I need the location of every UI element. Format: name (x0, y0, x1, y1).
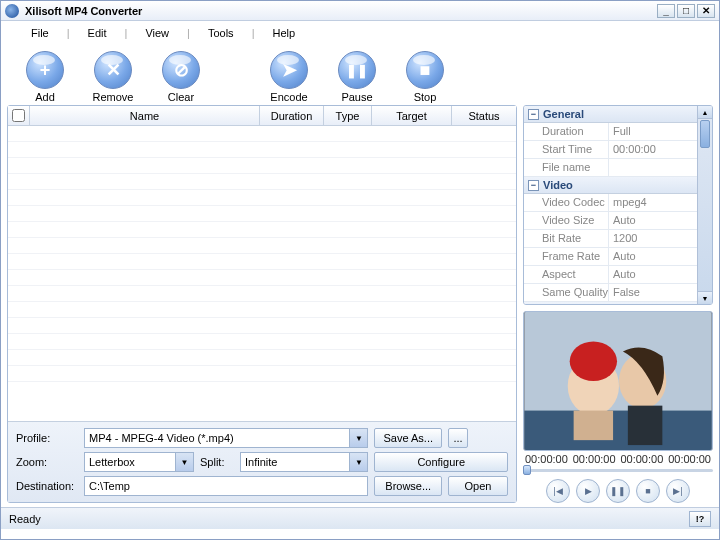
help-button[interactable]: !? (689, 511, 711, 527)
encode-icon: ➤ (270, 51, 308, 89)
clear-label: Clear (168, 91, 194, 103)
collapse-icon[interactable]: − (528, 180, 539, 191)
scroll-thumb[interactable] (700, 120, 710, 148)
destination-label: Destination: (16, 480, 78, 492)
right-panel: −General DurationFull Start Time00:00:00… (523, 105, 713, 503)
col-type[interactable]: Type (324, 106, 372, 125)
encode-label: Encode (270, 91, 307, 103)
playback-stop-button[interactable]: ■ (636, 479, 660, 503)
status-text: Ready (9, 513, 689, 525)
svg-rect-1 (524, 411, 711, 450)
file-list[interactable] (8, 126, 516, 421)
timeline-labels: 00:00:00 00:00:00 00:00:00 00:00:00 (523, 451, 713, 465)
svg-point-3 (570, 342, 617, 381)
playback-pause-button[interactable]: ❚❚ (606, 479, 630, 503)
minimize-button[interactable]: _ (657, 4, 675, 18)
col-target[interactable]: Target (372, 106, 452, 125)
menu-view[interactable]: View (133, 24, 181, 42)
menu-help[interactable]: Help (260, 24, 307, 42)
select-all-checkbox[interactable] (8, 106, 30, 125)
prop-row[interactable]: Frame RateAuto (524, 248, 697, 266)
remove-icon: ✕ (94, 51, 132, 89)
svg-rect-4 (574, 411, 613, 441)
remove-button[interactable]: ✕Remove (83, 51, 143, 103)
collapse-icon[interactable]: − (528, 109, 539, 120)
browse-button[interactable]: Browse... (374, 476, 442, 496)
chevron-down-icon: ▼ (349, 453, 367, 471)
time-2: 00:00:00 (620, 453, 663, 465)
play-button[interactable]: ▶ (576, 479, 600, 503)
next-button[interactable]: ▶| (666, 479, 690, 503)
prop-row[interactable]: Video SizeAuto (524, 212, 697, 230)
add-label: Add (35, 91, 55, 103)
title-bar: Xilisoft MP4 Converter _ □ ✕ (1, 1, 719, 21)
prop-row[interactable]: AspectAuto (524, 266, 697, 284)
prop-row[interactable]: Bit Rate1200 (524, 230, 697, 248)
video-preview (523, 311, 713, 451)
time-0: 00:00:00 (525, 453, 568, 465)
toolbar: +Add ✕Remove ⊘Clear ➤Encode ❚❚Pause ■Sto… (1, 45, 719, 105)
properties-scrollbar[interactable]: ▲ ▼ (697, 106, 712, 304)
chevron-down-icon: ▼ (175, 453, 193, 471)
zoom-combo[interactable]: Letterbox▼ (84, 452, 194, 472)
destination-value: C:\Temp (89, 480, 130, 492)
profile-value: MP4 - MPEG-4 Video (*.mp4) (89, 432, 234, 444)
output-settings: Profile: MP4 - MPEG-4 Video (*.mp4)▼ Sav… (8, 421, 516, 502)
group-audio[interactable]: −Audio (524, 302, 697, 305)
save-as-button[interactable]: Save As... (374, 428, 442, 448)
menu-tools[interactable]: Tools (196, 24, 246, 42)
chevron-down-icon: ▼ (349, 429, 367, 447)
remove-label: Remove (93, 91, 134, 103)
file-panel: Name Duration Type Target Status Profile… (7, 105, 517, 503)
time-1: 00:00:00 (573, 453, 616, 465)
scroll-down-icon[interactable]: ▼ (698, 291, 712, 304)
time-3: 00:00:00 (668, 453, 711, 465)
group-general[interactable]: −General (524, 106, 697, 123)
menu-bar: File| Edit| View| Tools| Help (1, 21, 719, 45)
collapse-icon[interactable]: − (528, 305, 539, 306)
profile-combo[interactable]: MP4 - MPEG-4 Video (*.mp4)▼ (84, 428, 368, 448)
col-name[interactable]: Name (30, 106, 260, 125)
seek-thumb[interactable] (523, 465, 531, 475)
prop-row[interactable]: File name (524, 159, 697, 177)
open-button[interactable]: Open (448, 476, 508, 496)
stop-button[interactable]: ■Stop (395, 51, 455, 103)
zoom-label: Zoom: (16, 456, 78, 468)
menu-file[interactable]: File (19, 24, 61, 42)
prop-row[interactable]: Same QualityFalse (524, 284, 697, 302)
maximize-button[interactable]: □ (677, 4, 695, 18)
split-combo[interactable]: Infinite▼ (240, 452, 368, 472)
preview-image (524, 312, 712, 450)
status-bar: Ready !? (1, 507, 719, 529)
seek-slider[interactable] (523, 465, 713, 475)
close-button[interactable]: ✕ (697, 4, 715, 18)
encode-button[interactable]: ➤Encode (259, 51, 319, 103)
zoom-value: Letterbox (89, 456, 135, 468)
profile-more-button[interactable]: ... (448, 428, 468, 448)
split-label: Split: (200, 452, 234, 472)
app-icon (5, 4, 19, 18)
destination-input[interactable]: C:\Temp (84, 476, 368, 496)
prop-row[interactable]: Video Codecmpeg4 (524, 194, 697, 212)
col-status[interactable]: Status (452, 106, 516, 125)
col-duration[interactable]: Duration (260, 106, 324, 125)
add-button[interactable]: +Add (15, 51, 75, 103)
prev-button[interactable]: |◀ (546, 479, 570, 503)
svg-rect-6 (628, 406, 663, 445)
group-video[interactable]: −Video (524, 177, 697, 194)
pause-button[interactable]: ❚❚Pause (327, 51, 387, 103)
clear-button[interactable]: ⊘Clear (151, 51, 211, 103)
app-title: Xilisoft MP4 Converter (25, 5, 657, 17)
menu-edit[interactable]: Edit (76, 24, 119, 42)
prop-row[interactable]: DurationFull (524, 123, 697, 141)
pause-icon: ❚❚ (338, 51, 376, 89)
file-list-header: Name Duration Type Target Status (8, 106, 516, 126)
playback-controls: |◀ ▶ ❚❚ ■ ▶| (523, 475, 713, 503)
configure-button[interactable]: Configure (374, 452, 508, 472)
stop-icon: ■ (406, 51, 444, 89)
scroll-up-icon[interactable]: ▲ (698, 106, 712, 119)
clear-icon: ⊘ (162, 51, 200, 89)
prop-row[interactable]: Start Time00:00:00 (524, 141, 697, 159)
split-value: Infinite (245, 456, 277, 468)
profile-label: Profile: (16, 432, 78, 444)
